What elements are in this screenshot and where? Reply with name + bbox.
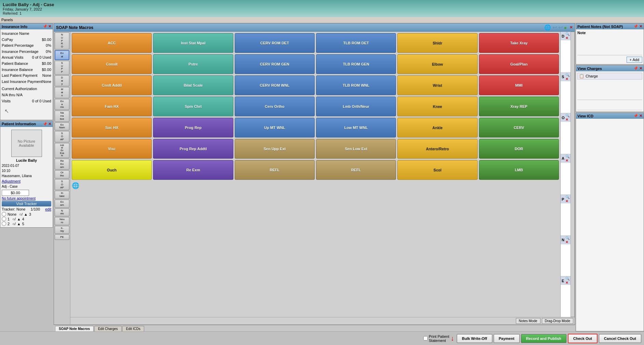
radio-2[interactable] — [2, 221, 6, 226]
macro-antero-retro[interactable]: Antero/Retro — [397, 139, 477, 159]
macro-re-exm[interactable]: Re Exm — [153, 160, 233, 180]
radio-none[interactable] — [2, 212, 6, 216]
macro-low-mt-wnl[interactable]: Low MT WNL — [316, 118, 396, 138]
section-s-x-icon[interactable]: ✕ — [565, 77, 570, 81]
macro-cerv-ortho[interactable]: Cerv Ortho — [235, 97, 315, 116]
macro-scol[interactable]: Scol — [397, 160, 477, 180]
macro-pstre[interactable]: Pstre — [153, 54, 233, 74]
macro-dor[interactable]: DOR — [479, 139, 559, 159]
section-o-search-icon[interactable]: 🔍 — [565, 114, 570, 117]
macro-lmb[interactable]: LMB — [479, 160, 559, 180]
soap-close-icon[interactable]: ✕ — [570, 25, 573, 30]
insurance-close-icon[interactable]: ✕ — [48, 24, 51, 29]
macro-fam-hx[interactable]: Fam HX — [72, 97, 152, 116]
tab-soap-note-macros[interactable]: SOAP Note Macros — [55, 326, 94, 331]
section-d-search-icon[interactable]: 🔍 — [565, 32, 570, 36]
back-icon[interactable]: ↩ — [552, 24, 557, 31]
vtab-reexam[interactable]: ReExam — [55, 159, 69, 170]
tracker-edit[interactable]: edit — [45, 207, 51, 211]
vtab-exam2[interactable]: Exam — [55, 200, 69, 208]
macro-refl-1[interactable]: REFL — [235, 160, 315, 180]
macro-cnslt-addtl[interactable]: Cnslt Addtl — [72, 75, 152, 95]
check-out-button[interactable]: Check Out — [568, 334, 598, 343]
macro-wrist[interactable]: Wrist — [397, 75, 477, 95]
vtab-pe[interactable]: PE — [55, 234, 69, 240]
tab-edit-icds[interactable]: Edit ICDs — [122, 326, 144, 331]
vtab-exams[interactable]: Exams — [55, 99, 69, 110]
section-o-x-icon[interactable]: ✕ — [565, 118, 570, 121]
vtab-eval[interactable]: Eval — [55, 50, 69, 60]
soap-scrollbar[interactable] — [571, 32, 575, 317]
macro-inst-stat-mpal[interactable]: Inst Stat Mpal — [153, 33, 233, 53]
record-publish-button[interactable]: Record and Publish — [521, 334, 566, 343]
macro-globe-icon[interactable]: 🌐 — [72, 182, 79, 189]
vtab-exnam[interactable]: ExNam — [55, 123, 69, 131]
radio-1[interactable] — [2, 217, 6, 221]
vtab-soap[interactable]: SOAP — [55, 131, 69, 142]
section-a-x-icon[interactable]: ✕ — [565, 159, 570, 162]
view-charges-close-icon[interactable]: ✕ — [639, 66, 642, 71]
macro-sen-low-ext[interactable]: Sen Low Ext — [316, 139, 396, 159]
macro-take-xray[interactable]: Take Xray — [479, 33, 559, 53]
macro-goal-plan[interactable]: Goal/Plan — [479, 54, 559, 74]
section-n-x-icon[interactable]: ✕ — [565, 240, 570, 244]
vtab-initial[interactable]: InitialExExam — [55, 143, 69, 158]
macro-ankle[interactable]: Ankle — [397, 118, 477, 138]
macro-prog-rep[interactable]: Prog Rep — [153, 118, 233, 138]
tab-edit-charges[interactable]: Edit Charges — [94, 326, 122, 331]
patient-pin-icon[interactable]: 📌 — [43, 122, 47, 126]
notes-mode-button[interactable]: Notes Mode — [516, 318, 540, 324]
vtab-xray[interactable]: X-ray — [55, 226, 69, 234]
vtab-neuro[interactable]: Neuro — [55, 217, 69, 225]
macro-shldr[interactable]: Shldr — [397, 33, 477, 53]
macro-up-mt-wnl[interactable]: Up MT WNL — [235, 118, 315, 138]
macro-cerv-rom-det[interactable]: CERV ROM DET — [235, 33, 315, 53]
macro-mmi[interactable]: MMI — [479, 75, 559, 95]
macro-spm-chrt[interactable]: Spm Chrt — [153, 97, 233, 116]
section-a-search-icon[interactable]: 🔍 — [565, 155, 570, 158]
vtab-narrative[interactable]: Narrative — [55, 111, 69, 121]
macro-xray-rep[interactable]: Xray REP — [479, 97, 559, 116]
insurance-pin-icon[interactable]: 📌 — [43, 24, 47, 29]
section-p-x-icon[interactable]: ✕ — [565, 199, 570, 203]
drag-drop-mode-button[interactable]: Drag-Drop Mode — [542, 318, 573, 324]
macro-sen-upp-ext[interactable]: Sen Upp Ext — [235, 139, 315, 159]
macro-prog-rep-addtl[interactable]: Prog Rep Addtl — [153, 139, 233, 159]
view-icd-close-icon[interactable]: ✕ — [639, 114, 642, 118]
macro-cerv-rom-wnl[interactable]: CERV ROM WNL — [235, 75, 315, 95]
patient-notes-pin-icon[interactable]: 📌 — [633, 24, 638, 29]
section-d-x-icon[interactable]: ✕ — [565, 36, 570, 40]
bulk-write-off-button[interactable]: Bulk Write-Off — [457, 334, 492, 343]
section-n-search-icon[interactable]: 🔍 — [565, 236, 570, 240]
view-icd-pin-icon[interactable]: 📌 — [633, 114, 638, 118]
cancel-check-out-button[interactable]: Cancel Check Out — [599, 334, 641, 343]
macro-ouch[interactable]: Ouch — [72, 160, 152, 180]
macro-cerv-rom-gen[interactable]: CERV ROM GEN — [235, 54, 315, 74]
macro-tlb-rom-gen[interactable]: TLB ROM GEN — [316, 54, 396, 74]
print-statement-checkbox[interactable] — [423, 336, 428, 341]
vtab-nots[interactable]: Nots — [55, 209, 69, 217]
refresh-icon[interactable]: 🌐 — [544, 24, 551, 31]
payment-button[interactable]: Payment — [494, 334, 520, 343]
section-e-search-icon[interactable]: 🔍 — [565, 277, 570, 281]
no-appointment[interactable]: No future appointment — [2, 197, 51, 200]
forward-icon[interactable]: ↩ — [558, 24, 563, 31]
patient-notes-close-icon[interactable]: ✕ — [639, 24, 642, 29]
macro-elbow[interactable]: Elbow — [397, 54, 477, 74]
macro-bilat-scale[interactable]: Bilat Scale — [153, 75, 233, 95]
patient-close-icon[interactable]: ✕ — [48, 122, 51, 126]
macro-lmb-orth-neur[interactable]: Lmb Orth/Neur — [316, 97, 396, 116]
macro-cerv[interactable]: CERV — [479, 118, 559, 138]
vtab-ortho[interactable]: Ortho — [55, 170, 69, 178]
view-charges-pin-icon[interactable]: 📌 — [633, 66, 638, 71]
vtab-soap2[interactable]: SOAP — [55, 179, 69, 190]
macro-visc[interactable]: Visc — [72, 139, 152, 159]
macro-soc-hx[interactable]: Soc HX — [72, 118, 152, 138]
macro-acc[interactable]: ACC — [72, 33, 152, 53]
section-p-search-icon[interactable]: 🔍 — [565, 195, 570, 199]
add-note-button[interactable]: + Add — [627, 57, 642, 63]
vtab-daily[interactable]: Daiy — [55, 75, 69, 86]
macro-tlb-rom-det[interactable]: TLB ROM DET — [316, 33, 396, 53]
vtab-main[interactable]: Main — [55, 87, 69, 98]
section-e-x-icon[interactable]: ✕ — [565, 281, 570, 285]
